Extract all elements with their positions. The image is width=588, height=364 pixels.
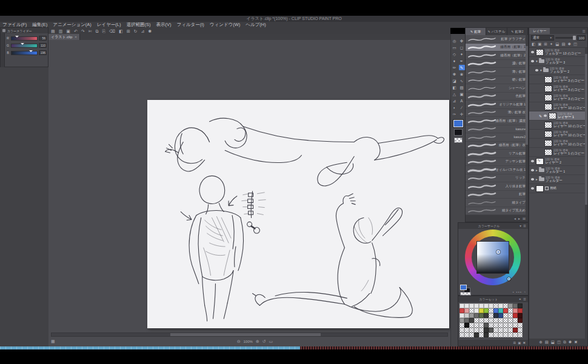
- color-swatch[interactable]: [518, 323, 523, 328]
- saturation-value-square[interactable]: [476, 241, 509, 274]
- layer-toolbar-icon[interactable]: ▤: [561, 42, 565, 47]
- layer-footer-icon-1[interactable]: ▤: [545, 340, 549, 345]
- copy-icon[interactable]: ⧉: [96, 28, 99, 34]
- color-swatch[interactable]: [469, 318, 474, 323]
- color-swatch[interactable]: [464, 333, 469, 337]
- color-swatch[interactable]: [484, 313, 489, 318]
- color-swatch[interactable]: [489, 313, 493, 318]
- brush-tool-icon[interactable]: ✏: [452, 65, 458, 70]
- color-swatch[interactable]: [469, 313, 474, 318]
- layer-row[interactable]: ▾100 % 通常フォルダー 2: [529, 66, 587, 75]
- slider-marker[interactable]: [21, 43, 24, 45]
- new-file-icon[interactable]: ▤: [51, 28, 55, 34]
- brush-item[interactable]: デッサン鉛筆: [466, 158, 528, 167]
- redo-icon[interactable]: ↷: [81, 28, 85, 34]
- layer-visibility-eye-icon[interactable]: [530, 60, 535, 62]
- layer-row[interactable]: 100 % 通常レイヤー 10 のコピー 3: [529, 102, 587, 111]
- brush-item[interactable]: kasure: [466, 125, 528, 134]
- tab-layers[interactable]: レイヤー: [529, 28, 550, 34]
- main-color-swatch-small[interactable]: [460, 285, 467, 290]
- fill-tool-icon[interactable]: ◧: [452, 85, 458, 90]
- color-swatch[interactable]: [459, 323, 464, 328]
- color-swatch[interactable]: [518, 333, 523, 337]
- color-swatch[interactable]: [489, 318, 493, 323]
- layer-toolbar-icon[interactable]: ⬓: [555, 42, 559, 47]
- ruler-tool-icon[interactable]: ⊿: [452, 98, 458, 104]
- color-swatch[interactable]: [508, 328, 513, 333]
- subtool-prev-icon[interactable]: ◂: [514, 216, 516, 220]
- color-swatch[interactable]: [489, 323, 493, 328]
- color-swatch[interactable]: [498, 303, 503, 308]
- menu-item-6[interactable]: フィルター(I): [177, 22, 204, 28]
- gradient-tool-icon[interactable]: ▨: [459, 85, 465, 90]
- color-swatch[interactable]: [503, 318, 508, 323]
- layer-toolbar-icon[interactable]: ⊞: [544, 42, 547, 47]
- subtool-tab-0[interactable]: ✎鉛筆: [466, 28, 486, 35]
- color-swatch[interactable]: [469, 308, 474, 313]
- main-color-swatch[interactable]: [453, 120, 463, 127]
- color-swatch[interactable]: [498, 333, 503, 337]
- color-swatch[interactable]: [518, 313, 523, 318]
- layer-row[interactable]: 100 % 通常レイヤー 3 のコピー 3: [529, 75, 587, 84]
- add-color-icon[interactable]: ⊞: [513, 341, 516, 345]
- layer-row[interactable]: 100 % 通常レイヤー 10 のコピー: [529, 139, 587, 148]
- correction-tool-icon[interactable]: ✑: [452, 111, 458, 117]
- brush-item[interactable]: 鉛筆 グラフティ: [466, 35, 528, 44]
- color-swatch[interactable]: [513, 313, 518, 318]
- rotate-reset-icon[interactable]: ↺: [262, 339, 266, 344]
- slider-value[interactable]: 196: [39, 50, 47, 55]
- slider-marker[interactable]: [15, 36, 19, 38]
- brush-item[interactable]: 線画用（鉛筆）濃度: [466, 117, 528, 125]
- color-swatch[interactable]: [479, 333, 484, 337]
- color-swatch[interactable]: [459, 303, 464, 308]
- color-swatch[interactable]: [464, 308, 469, 313]
- cut-icon[interactable]: ✄: [89, 28, 92, 34]
- opacity-slider[interactable]: [555, 37, 576, 39]
- paste-icon[interactable]: ⎘: [102, 28, 106, 34]
- color-swatch[interactable]: [479, 328, 484, 333]
- layer-visibility-eye-icon[interactable]: [530, 169, 535, 171]
- line-tool-icon[interactable]: ∕: [459, 105, 465, 110]
- color-wheel-header[interactable]: カラーサークル ▾ ☰: [458, 223, 528, 229]
- menu-item-3[interactable]: レイヤー(L): [97, 22, 121, 28]
- menu-item-5[interactable]: 表示(V): [156, 22, 172, 28]
- color-swatch[interactable]: [474, 308, 479, 313]
- color-swatch[interactable]: [464, 323, 469, 328]
- color-slider-tab-strip[interactable]: [1, 33, 5, 68]
- subtool-add-icon[interactable]: ⊞: [523, 216, 526, 220]
- subtool-tab-2[interactable]: ✎鉛筆2: [507, 28, 528, 35]
- layer-row[interactable]: 100 % 通常レイヤー 3 のコピー 4: [529, 84, 587, 93]
- layer-row[interactable]: ▸100 % 通常フォルダー: [529, 175, 587, 184]
- color-swatch[interactable]: [479, 318, 484, 323]
- delete-color-icon[interactable]: ✖: [523, 341, 526, 345]
- color-swatch[interactable]: [513, 328, 518, 333]
- grid-icon[interactable]: ⊞: [127, 28, 130, 34]
- layer-row[interactable]: 100 % 通常レイヤー 2: [529, 157, 587, 166]
- color-swatch[interactable]: [469, 323, 474, 328]
- layer-visibility-eye-icon[interactable]: [543, 114, 547, 117]
- color-swatch[interactable]: [474, 328, 479, 333]
- layer-row[interactable]: ✎100 % 通常レイヤー 1: [529, 111, 587, 121]
- hue-marker[interactable]: [507, 277, 510, 280]
- brush-item[interactable]: 線画用（鉛筆）2: [466, 51, 528, 60]
- fit-screen-icon[interactable]: ▭: [269, 339, 273, 344]
- color-swatch[interactable]: [513, 323, 518, 328]
- settings-icon[interactable]: ✱: [148, 28, 152, 34]
- opacity-value[interactable]: 100: [577, 35, 586, 41]
- layer-toolbar-icon[interactable]: ✦: [550, 42, 553, 47]
- brush-item[interactable]: 細タイプ先太め: [466, 207, 528, 216]
- color-swatch[interactable]: [508, 333, 513, 337]
- layer-list-scrollbar[interactable]: [585, 48, 587, 339]
- color-set-header[interactable]: カラーセット ✦ ☰: [458, 296, 528, 302]
- layer-footer-icon-2[interactable]: ⬓: [551, 340, 555, 345]
- color-swatch[interactable]: [518, 303, 523, 308]
- color-swatch[interactable]: [518, 318, 523, 323]
- layer-thumbnail[interactable]: [544, 94, 552, 101]
- frame-tool-icon[interactable]: ▣: [459, 91, 465, 97]
- color-swatch[interactable]: [503, 323, 508, 328]
- canvas-scrollbar-horizontal[interactable]: [51, 333, 448, 337]
- brush-item[interactable]: 細タイプ: [466, 199, 528, 207]
- color-set-wrench-icon[interactable]: ✦: [518, 297, 521, 301]
- slider-value[interactable]: 56: [39, 36, 47, 41]
- layer-footer-icon-4[interactable]: ⧉: [563, 340, 566, 345]
